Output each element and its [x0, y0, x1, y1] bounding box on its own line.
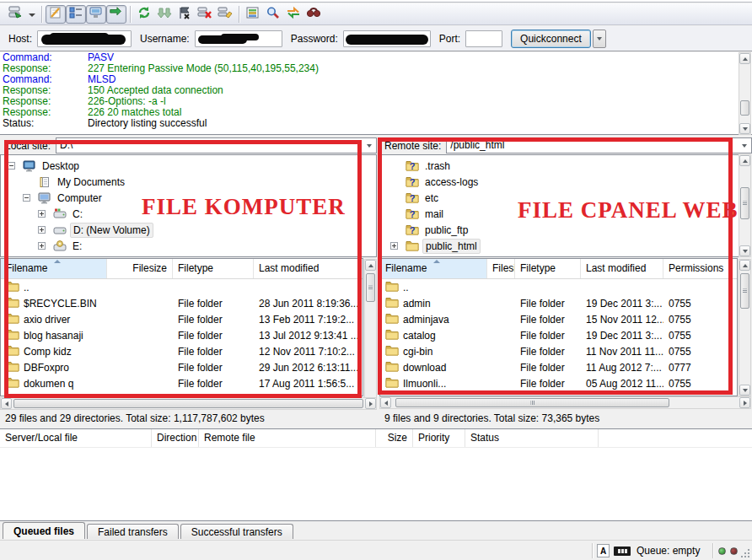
remote-site-combobox[interactable]: /public_html [446, 137, 752, 153]
cell-filetype: File folder [515, 378, 581, 390]
chevron-down-icon[interactable] [363, 139, 375, 152]
log-vertical-scrollbar[interactable] [739, 52, 751, 135]
file-row-blog-hasanaji[interactable]: blog hasanajiFile folder13 Jul 2012 9:13… [1, 327, 363, 343]
tab-queued-files[interactable]: Queued files [3, 522, 85, 539]
folder-icon [6, 392, 19, 397]
tab-successful-transfers[interactable]: Successful transfers [180, 524, 293, 539]
file-row-cgi-bin[interactable]: cgi-binFile folder11 Nov 2011 11...0755 [380, 343, 737, 359]
column-header-filesize[interactable]: Filesize [107, 259, 173, 278]
find-files-button[interactable] [303, 5, 324, 24]
file-row-axio-driver[interactable]: axio driverFile folder13 Feb 2011 7:19:2… [1, 311, 363, 327]
scroll-up-icon[interactable] [739, 53, 750, 64]
remote-tree-vertical-scrollbar[interactable] [739, 154, 751, 257]
queue-column-size[interactable]: Size [376, 429, 413, 447]
tree-item-access-logs[interactable]: ?access-logs [380, 174, 749, 190]
port-input[interactable] [465, 30, 502, 47]
expand-plus-icon[interactable] [38, 226, 46, 234]
site-manager-button[interactable] [5, 5, 25, 24]
toggle-local-treeview-button[interactable] [66, 5, 86, 24]
queue-column-priority[interactable]: Priority [413, 429, 465, 447]
cancel-operation-button[interactable] [175, 5, 195, 24]
scroll-up-icon[interactable] [739, 260, 750, 271]
expand-plus-icon[interactable] [390, 242, 398, 250]
transfer-queue-header: Server/Local fileDirectionRemote fileSiz… [0, 429, 752, 448]
scroll-right-icon[interactable] [365, 398, 376, 409]
column-header-filetype[interactable]: Filetype [515, 259, 581, 278]
tab-failed-transfers[interactable]: Failed transfers [87, 524, 179, 539]
column-header-filename[interactable]: Filename [380, 259, 487, 278]
scroll-down-icon[interactable] [739, 123, 750, 134]
refresh-icon [137, 6, 152, 22]
scroll-up-icon[interactable] [365, 260, 376, 271]
remote-list-horizontal-scrollbar[interactable] [379, 396, 751, 409]
file-row-ilmuonli[interactable]: Ilmuonli...File folder05 Aug 2012 11...0… [380, 375, 737, 391]
scroll-up-icon[interactable] [739, 155, 750, 166]
password-input[interactable] [343, 30, 431, 47]
column-header-last-modified[interactable]: Last modified [254, 259, 362, 278]
expand-plus-icon[interactable] [38, 242, 46, 250]
refresh-button[interactable] [134, 5, 154, 24]
queue-column-remote-file[interactable]: Remote file [199, 429, 376, 447]
local-list-horizontal-scrollbar[interactable] [0, 397, 377, 410]
reconnect-button[interactable] [215, 5, 235, 24]
tree-item-my-documents[interactable]: My Documents [1, 174, 376, 190]
scroll-down-icon[interactable] [739, 245, 750, 256]
tree-item-desktop[interactable]: Desktop [1, 158, 376, 174]
quickconnect-button[interactable]: Quickconnect [511, 30, 591, 48]
username-input[interactable] [195, 30, 282, 47]
tree-item-public-html[interactable]: public_html [380, 238, 749, 254]
resize-grip-icon[interactable] [739, 547, 750, 558]
collapse-minus-icon[interactable] [23, 194, 30, 202]
cell-modified: 19 Dec 2011 3:... [581, 298, 663, 310]
quickconnect-dropdown[interactable] [593, 30, 606, 48]
local-list-vertical-scrollbar[interactable] [364, 259, 377, 409]
cell-modified: 15 Nov 2011 12... [581, 314, 663, 326]
chevron-down-icon[interactable] [738, 139, 750, 152]
compare-button[interactable] [263, 5, 283, 24]
file-row-catalog[interactable]: catalogFile folder19 Dec 2011 3:...0755 [380, 327, 737, 343]
host-input[interactable] [37, 30, 132, 47]
collapse-minus-icon[interactable] [8, 162, 15, 170]
file-row-[interactable]: .. [380, 279, 737, 295]
toggle-message-log-button[interactable] [46, 5, 66, 24]
file-row-download[interactable]: downloadFile folder11 Aug 2012 7:...0777 [380, 359, 737, 375]
tree-item-public-ftp[interactable]: ?public_ftp [380, 222, 749, 238]
filter-button[interactable] [243, 5, 263, 24]
disconnect-button[interactable] [195, 5, 215, 24]
column-header-last-modified[interactable]: Last modified [581, 259, 663, 278]
file-row-dokumen-q[interactable]: dokumen qFile folder17 Aug 2011 1:56:5..… [1, 375, 363, 391]
expand-plus-icon[interactable] [38, 210, 46, 218]
column-header-filesize[interactable]: Filesize [487, 259, 515, 278]
queue-column-direction[interactable]: Direction [152, 429, 199, 447]
file-row-download[interactable]: downloadFile folder01 Aug 2012 10:0... [1, 391, 363, 396]
file-row-adminjava[interactable]: adminjavaFile folder15 Nov 2011 12...075… [380, 311, 737, 327]
file-row-[interactable]: .. [1, 279, 363, 295]
remote-list-vertical-scrollbar[interactable] [739, 259, 751, 396]
tree-item-label: Desktop [40, 159, 82, 173]
file-row-comp-kidz[interactable]: Comp kidzFile folder12 Nov 2011 7:10:2..… [1, 343, 363, 359]
toggle-transfer-queue-button[interactable] [106, 5, 126, 24]
scroll-right-icon[interactable] [739, 397, 750, 408]
queue-column-status[interactable]: Status [465, 429, 599, 447]
process-queue-button[interactable] [154, 5, 175, 24]
site-manager-dropdown[interactable] [25, 5, 38, 24]
queue-column-server-local-file[interactable]: Server/Local file [0, 429, 152, 447]
toggle-remote-treeview-button[interactable] [86, 5, 106, 24]
folder-icon [385, 280, 399, 295]
scroll-left-icon[interactable] [380, 397, 391, 408]
scroll-left-icon[interactable] [1, 398, 12, 409]
column-header-permissions[interactable]: Permissions [663, 259, 733, 278]
tree-item-trash[interactable]: ?.trash [380, 158, 749, 174]
tree-item-d-new-volume[interactable]: D: (New Volume) [1, 222, 376, 238]
file-row-recycle-bin[interactable]: $RECYCLE.BINFile folder28 Jun 2011 8:19:… [1, 295, 363, 311]
tree-item-e[interactable]: E: [1, 238, 376, 254]
local-site-combobox[interactable]: D:\ [56, 137, 377, 153]
cell-modified: 11 Aug 2012 7:... [581, 362, 663, 374]
file-row-dbfoxpro[interactable]: DBFoxproFile folder29 Jun 2012 6:13:11..… [1, 359, 363, 375]
folder-icon [385, 376, 399, 391]
column-header-filetype[interactable]: Filetype [173, 259, 254, 278]
file-row-admin[interactable]: adminFile folder19 Dec 2011 3:...0755 [380, 295, 737, 311]
column-header-filename[interactable]: Filename [1, 259, 107, 278]
scroll-down-icon[interactable] [739, 385, 750, 396]
sync-browsing-button[interactable] [283, 5, 303, 24]
